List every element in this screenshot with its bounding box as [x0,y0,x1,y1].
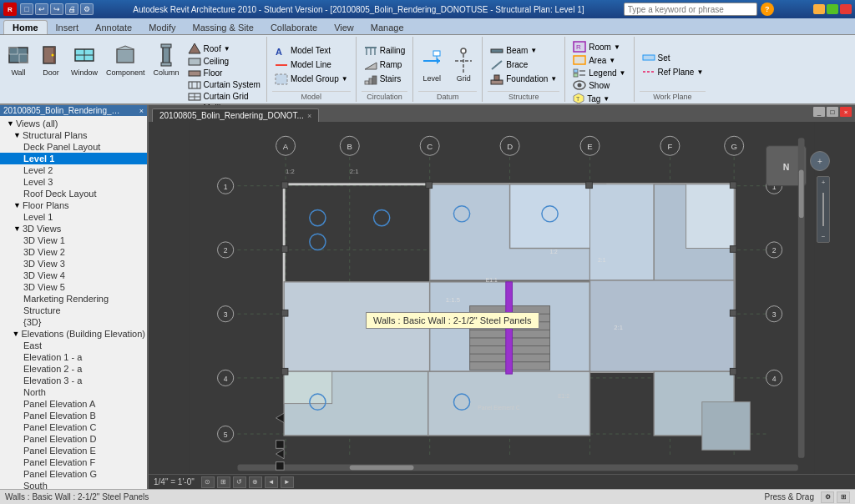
tree-item-panel-f[interactable]: Panel Elevation F [0,456,147,468]
column-button[interactable]: Column [151,40,182,78]
svg-rect-33 [372,76,377,84]
legend-button[interactable]: Legend ▼ [570,67,628,78]
set-button[interactable]: Set [640,51,706,64]
help-icon[interactable]: ? [761,3,774,16]
level-button[interactable]: Level [418,46,445,84]
tab-collaborate[interactable]: Collaborate [262,21,326,34]
wall-button[interactable]: Wall [3,40,33,78]
tree-item-panel-g[interactable]: Panel Elevation G [0,468,147,480]
svg-rect-47 [574,56,585,64]
floor-plan-canvas[interactable]: A B C D E F G 1 2 [149,122,855,474]
drawing-close-icon[interactable]: × [840,107,852,117]
tree-item-structure[interactable]: Structure [0,305,147,316]
tree-item-3d-view-4[interactable]: 3D View 4 [0,270,147,281]
ref-plane-button[interactable]: Ref Plane ▼ [640,65,706,78]
pb-close-icon[interactable]: × [139,107,144,115]
svg-rect-134 [281,246,288,253]
component-button[interactable]: Component [104,40,148,78]
window-controls[interactable] [813,4,852,14]
room-button[interactable]: R Room ▼ [570,40,628,53]
tree-item-elevations[interactable]: ▼Elevations (Building Elevation) [0,328,147,340]
tab-annotate[interactable]: Annotate [87,21,140,34]
tab-insert[interactable]: Insert [48,21,88,34]
ramp-button[interactable]: Ramp [362,58,408,72]
tree-item-east[interactable]: East [0,340,147,351]
ceiling-button[interactable]: Ceiling [185,56,263,67]
drawing-restore-icon[interactable]: □ [827,107,838,117]
door-button[interactable]: Door [37,40,65,78]
tab-home[interactable]: Home [3,20,48,34]
show-button[interactable]: Show [570,79,628,91]
tab-view[interactable]: View [326,21,362,34]
tree-item-south[interactable]: South [0,480,147,489]
model-group-button[interactable]: Model Group ▼ [272,73,351,86]
svg-text:A: A [276,47,282,57]
zoom-bar[interactable]: + − [817,176,830,243]
grid-button[interactable]: Grid [450,46,477,84]
svg-text:2: 2 [772,246,777,255]
tree-item-3d-views[interactable]: ▼3D Views [0,223,147,234]
drawing-area[interactable]: 20100805_Bolin_Rendering_DONOT... × _ □ … [149,105,855,489]
tab-close-icon[interactable]: × [307,112,311,120]
tree-item-panel-b[interactable]: Panel Elevation B [0,410,147,421]
beam-button[interactable]: Beam ▼ [488,44,559,58]
tree-item-marketing[interactable]: Marketing Rendering [0,293,147,305]
tree-item-panel-a[interactable]: Panel Elevation A [0,398,147,410]
tree-item-fp-level-1[interactable]: Level 1 [0,211,147,223]
tree-item-panel-e[interactable]: Panel Elevation E [0,445,147,456]
roof-button[interactable]: Roof ▼ [185,42,263,55]
model-text-button[interactable]: A Model Text [272,44,351,58]
tree-item-panel-d[interactable]: Panel Elevation D [0,433,147,445]
svg-rect-125 [506,282,513,374]
window-button[interactable]: Window [68,40,100,78]
level1-label: Level 1 [23,154,54,164]
tag-button[interactable]: T Tag ▼ [570,92,628,105]
svg-rect-14 [189,58,200,65]
area-button[interactable]: Area ▼ [570,54,628,66]
nav-wheel[interactable]: + [810,151,830,171]
svg-rect-162 [276,462,285,471]
tree-item-elev-1a[interactable]: Elevation 1 - a [0,351,147,363]
tab-modify[interactable]: Modify [140,21,184,34]
tree-item-deck-panel-layout[interactable]: Deck Panel Layout [0,141,147,153]
svg-text:5: 5 [224,431,228,439]
tree-item-north[interactable]: North [0,386,147,398]
tree-item-elev-3a[interactable]: Elevation 3 - a [0,375,147,386]
search-input[interactable] [624,3,757,16]
tree-item-3d-view-5[interactable]: 3D View 5 [0,281,147,293]
svg-rect-111 [590,280,735,371]
tree-item-roof-deck[interactable]: Roof Deck Layout [0,188,147,199]
tab-massing[interactable]: Massing & Site [185,21,262,34]
quick-btns[interactable]: □ ↩ ↪ 🖨 ⚙ [20,3,94,15]
svg-rect-133 [281,182,288,189]
tree-item-elev-2a[interactable]: Elevation 2 - a [0,363,147,375]
tree-item-3d-view-2[interactable]: 3D View 2 [0,246,147,258]
svg-rect-108 [686,184,735,249]
curtain-grid-button[interactable]: Curtain Grid [185,91,263,102]
model-line-button[interactable]: Model Line [272,58,351,72]
railing-button[interactable]: Railing [362,44,408,58]
tree-item-views-all[interactable]: ▼Views (all) [0,118,147,129]
tree-item-level-3[interactable]: Level 3 [0,176,147,188]
status-icons[interactable]: ⚙ ⊞ [821,491,850,503]
foundation-button[interactable]: Foundation ▼ [488,73,559,86]
brace-button[interactable]: Brace [488,58,559,72]
drawing-minimize-icon[interactable]: _ [813,107,825,117]
tab-manage[interactable]: Manage [362,21,412,34]
floor-button[interactable]: Floor [185,68,263,78]
tree-item-level-1-selected[interactable]: Level 1 [0,153,147,164]
svg-marker-30 [365,63,377,69]
tree-item-3d-view-3[interactable]: 3D View 3 [0,258,147,270]
tree-item-3d-brace[interactable]: {3D} [0,316,147,328]
curtain-system-button[interactable]: Curtain System [185,79,263,90]
tree-item-floor-plans[interactable]: ▼Floor Plans [0,199,147,211]
drawing-bottom-bar: 1/4" = 1'-0" ⊙ ⊞ ↺ ⊕ ◄ ► [149,474,855,489]
tree-item-level-2[interactable]: Level 2 [0,164,147,176]
scale-bar-icons[interactable]: ⊙ ⊞ ↺ ⊕ ◄ ► [201,476,294,488]
tree-item-3d-view-1[interactable]: 3D View 1 [0,234,147,246]
tree-item-panel-c[interactable]: Panel Elevation C [0,421,147,433]
stairs-button[interactable]: Stairs [362,73,408,86]
tree-item-structural-plans[interactable]: ▼Structural Plans [0,129,147,141]
svg-rect-136 [281,368,288,375]
drawing-tab-active[interactable]: 20100805_Bolin_Rendering_DONOT... × [152,108,319,122]
